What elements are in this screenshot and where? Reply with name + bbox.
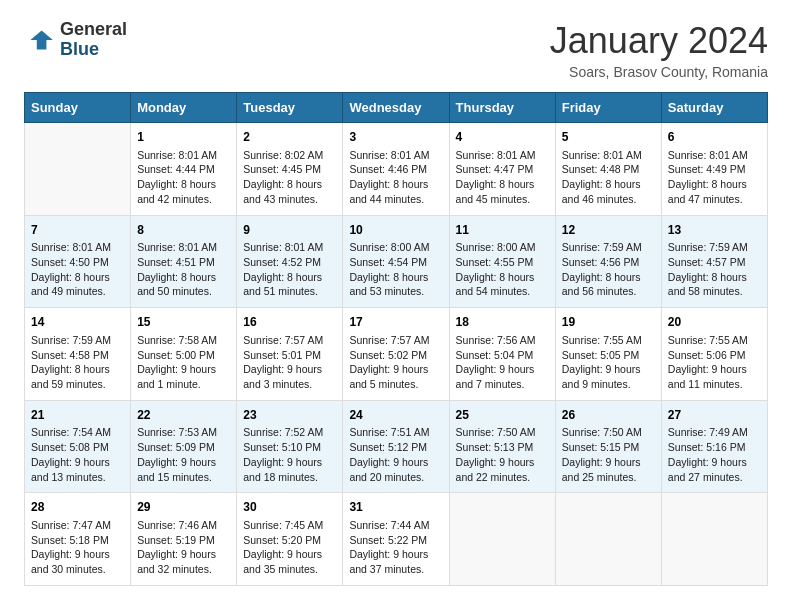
day-info: Sunrise: 7:53 AM Sunset: 5:09 PM Dayligh… [137, 425, 230, 484]
day-number: 17 [349, 314, 442, 331]
day-number: 29 [137, 499, 230, 516]
sunrise-label: Sunrise: 7:46 AM [137, 519, 217, 531]
calendar-cell: 5 Sunrise: 8:01 AM Sunset: 4:48 PM Dayli… [555, 123, 661, 216]
sunrise-label: Sunrise: 8:01 AM [137, 149, 217, 161]
sunrise-label: Sunrise: 7:52 AM [243, 426, 323, 438]
sunrise-label: Sunrise: 8:01 AM [562, 149, 642, 161]
daylight-label: Daylight: 9 hours and 5 minutes. [349, 363, 428, 390]
logo-icon [24, 24, 56, 56]
calendar-cell: 7 Sunrise: 8:01 AM Sunset: 4:50 PM Dayli… [25, 215, 131, 308]
day-info: Sunrise: 7:59 AM Sunset: 4:56 PM Dayligh… [562, 240, 655, 299]
week-row-2: 7 Sunrise: 8:01 AM Sunset: 4:50 PM Dayli… [25, 215, 768, 308]
daylight-label: Daylight: 8 hours and 56 minutes. [562, 271, 641, 298]
calendar-cell: 17 Sunrise: 7:57 AM Sunset: 5:02 PM Dayl… [343, 308, 449, 401]
sunset-label: Sunset: 5:18 PM [31, 534, 109, 546]
sunrise-label: Sunrise: 7:57 AM [243, 334, 323, 346]
sunset-label: Sunset: 4:49 PM [668, 163, 746, 175]
daylight-label: Daylight: 9 hours and 7 minutes. [456, 363, 535, 390]
sunrise-label: Sunrise: 7:55 AM [668, 334, 748, 346]
logo-text: General Blue [60, 20, 127, 60]
calendar-cell [555, 493, 661, 586]
calendar-cell: 4 Sunrise: 8:01 AM Sunset: 4:47 PM Dayli… [449, 123, 555, 216]
sunset-label: Sunset: 5:12 PM [349, 441, 427, 453]
sunrise-label: Sunrise: 8:01 AM [668, 149, 748, 161]
weekday-header-row: SundayMondayTuesdayWednesdayThursdayFrid… [25, 93, 768, 123]
daylight-label: Daylight: 8 hours and 42 minutes. [137, 178, 216, 205]
sunset-label: Sunset: 4:46 PM [349, 163, 427, 175]
day-info: Sunrise: 7:58 AM Sunset: 5:00 PM Dayligh… [137, 333, 230, 392]
month-title: January 2024 [550, 20, 768, 62]
day-info: Sunrise: 7:46 AM Sunset: 5:19 PM Dayligh… [137, 518, 230, 577]
calendar-cell: 30 Sunrise: 7:45 AM Sunset: 5:20 PM Dayl… [237, 493, 343, 586]
sunrise-label: Sunrise: 8:00 AM [349, 241, 429, 253]
day-info: Sunrise: 7:56 AM Sunset: 5:04 PM Dayligh… [456, 333, 549, 392]
daylight-label: Daylight: 8 hours and 44 minutes. [349, 178, 428, 205]
sunrise-label: Sunrise: 8:00 AM [456, 241, 536, 253]
daylight-label: Daylight: 9 hours and 18 minutes. [243, 456, 322, 483]
sunset-label: Sunset: 5:09 PM [137, 441, 215, 453]
day-number: 3 [349, 129, 442, 146]
week-row-5: 28 Sunrise: 7:47 AM Sunset: 5:18 PM Dayl… [25, 493, 768, 586]
sunset-label: Sunset: 5:10 PM [243, 441, 321, 453]
daylight-label: Daylight: 8 hours and 51 minutes. [243, 271, 322, 298]
calendar-cell: 22 Sunrise: 7:53 AM Sunset: 5:09 PM Dayl… [131, 400, 237, 493]
sunset-label: Sunset: 4:56 PM [562, 256, 640, 268]
calendar-table: SundayMondayTuesdayWednesdayThursdayFrid… [24, 92, 768, 586]
calendar-cell: 26 Sunrise: 7:50 AM Sunset: 5:15 PM Dayl… [555, 400, 661, 493]
sunset-label: Sunset: 5:16 PM [668, 441, 746, 453]
day-number: 12 [562, 222, 655, 239]
daylight-label: Daylight: 8 hours and 43 minutes. [243, 178, 322, 205]
day-info: Sunrise: 7:52 AM Sunset: 5:10 PM Dayligh… [243, 425, 336, 484]
daylight-label: Daylight: 9 hours and 1 minute. [137, 363, 216, 390]
location-subtitle: Soars, Brasov County, Romania [550, 64, 768, 80]
sunrise-label: Sunrise: 7:50 AM [562, 426, 642, 438]
daylight-label: Daylight: 8 hours and 54 minutes. [456, 271, 535, 298]
day-number: 30 [243, 499, 336, 516]
daylight-label: Daylight: 9 hours and 11 minutes. [668, 363, 747, 390]
sunrise-label: Sunrise: 8:01 AM [137, 241, 217, 253]
calendar-cell: 8 Sunrise: 8:01 AM Sunset: 4:51 PM Dayli… [131, 215, 237, 308]
calendar-cell [661, 493, 767, 586]
day-info: Sunrise: 8:01 AM Sunset: 4:52 PM Dayligh… [243, 240, 336, 299]
day-info: Sunrise: 7:49 AM Sunset: 5:16 PM Dayligh… [668, 425, 761, 484]
day-number: 10 [349, 222, 442, 239]
calendar-cell: 23 Sunrise: 7:52 AM Sunset: 5:10 PM Dayl… [237, 400, 343, 493]
sunrise-label: Sunrise: 7:49 AM [668, 426, 748, 438]
day-number: 1 [137, 129, 230, 146]
weekday-header-monday: Monday [131, 93, 237, 123]
calendar-cell: 20 Sunrise: 7:55 AM Sunset: 5:06 PM Dayl… [661, 308, 767, 401]
sunset-label: Sunset: 4:50 PM [31, 256, 109, 268]
sunset-label: Sunset: 5:20 PM [243, 534, 321, 546]
daylight-label: Daylight: 9 hours and 37 minutes. [349, 548, 428, 575]
calendar-cell: 9 Sunrise: 8:01 AM Sunset: 4:52 PM Dayli… [237, 215, 343, 308]
day-number: 7 [31, 222, 124, 239]
calendar-cell: 2 Sunrise: 8:02 AM Sunset: 4:45 PM Dayli… [237, 123, 343, 216]
calendar-cell: 1 Sunrise: 8:01 AM Sunset: 4:44 PM Dayli… [131, 123, 237, 216]
daylight-label: Daylight: 9 hours and 30 minutes. [31, 548, 110, 575]
day-info: Sunrise: 8:01 AM Sunset: 4:50 PM Dayligh… [31, 240, 124, 299]
calendar-cell [25, 123, 131, 216]
logo-general: General [60, 20, 127, 40]
day-info: Sunrise: 8:02 AM Sunset: 4:45 PM Dayligh… [243, 148, 336, 207]
sunset-label: Sunset: 5:01 PM [243, 349, 321, 361]
calendar-cell: 12 Sunrise: 7:59 AM Sunset: 4:56 PM Dayl… [555, 215, 661, 308]
weekday-header-wednesday: Wednesday [343, 93, 449, 123]
sunset-label: Sunset: 4:45 PM [243, 163, 321, 175]
calendar-cell: 31 Sunrise: 7:44 AM Sunset: 5:22 PM Dayl… [343, 493, 449, 586]
weekday-header-tuesday: Tuesday [237, 93, 343, 123]
day-info: Sunrise: 7:59 AM Sunset: 4:57 PM Dayligh… [668, 240, 761, 299]
daylight-label: Daylight: 9 hours and 15 minutes. [137, 456, 216, 483]
day-number: 25 [456, 407, 549, 424]
daylight-label: Daylight: 8 hours and 50 minutes. [137, 271, 216, 298]
calendar-cell: 19 Sunrise: 7:55 AM Sunset: 5:05 PM Dayl… [555, 308, 661, 401]
weekday-header-friday: Friday [555, 93, 661, 123]
day-info: Sunrise: 7:47 AM Sunset: 5:18 PM Dayligh… [31, 518, 124, 577]
day-number: 16 [243, 314, 336, 331]
day-number: 15 [137, 314, 230, 331]
sunset-label: Sunset: 5:06 PM [668, 349, 746, 361]
day-number: 27 [668, 407, 761, 424]
sunset-label: Sunset: 4:55 PM [456, 256, 534, 268]
calendar-cell [449, 493, 555, 586]
daylight-label: Daylight: 8 hours and 59 minutes. [31, 363, 110, 390]
logo: General Blue [24, 20, 127, 60]
